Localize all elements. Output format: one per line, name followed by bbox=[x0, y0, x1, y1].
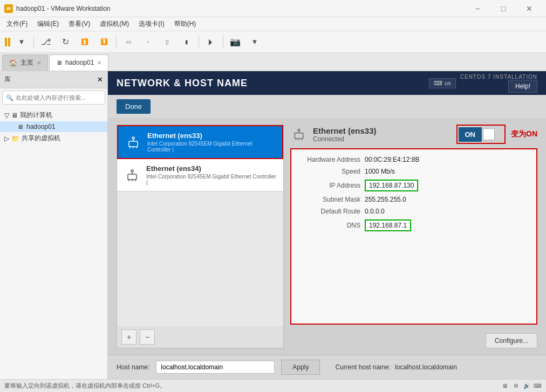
menu-edit[interactable]: 编辑(E) bbox=[33, 18, 63, 30]
hostname-row: Host name: Apply Current host name: loca… bbox=[108, 355, 546, 379]
keyboard-lang: us bbox=[445, 80, 451, 86]
connection-icon bbox=[290, 126, 308, 143]
current-host-area: Current host name: localhost.localdomain bbox=[335, 363, 456, 371]
add-interface-button[interactable]: + bbox=[121, 329, 136, 345]
svg-point-2 bbox=[132, 137, 134, 139]
titlebar: W hadoop01 - VMware Workstation − □ ✕ bbox=[0, 0, 546, 17]
close-button[interactable]: ✕ bbox=[517, 0, 542, 17]
sidebar: 库 ✕ 🔍 ▽ 🖥 我的计算机 🖥 hadoop01 ▷ 📁 共享的虚拟机 bbox=[0, 71, 108, 379]
ens33-name: Ethernet (ens33) bbox=[147, 132, 276, 140]
status-icon-2: ⚙ bbox=[511, 382, 520, 390]
ens34-icon bbox=[124, 167, 141, 184]
search-icon: 🔍 bbox=[6, 94, 13, 101]
tab-hadoop01[interactable]: 🖥 hadoop01 ✕ bbox=[49, 54, 108, 71]
speed-label: Speed bbox=[300, 168, 365, 175]
tree-my-computer[interactable]: ▽ 🖥 我的计算机 bbox=[0, 109, 107, 121]
tree-hadoop01[interactable]: 🖥 hadoop01 bbox=[0, 121, 107, 132]
toggle-track[interactable] bbox=[482, 127, 503, 142]
sep2 bbox=[116, 36, 117, 49]
done-row: Done bbox=[108, 95, 546, 118]
menu-tabs[interactable]: 选项卡(I) bbox=[134, 18, 168, 30]
vm-icon: 🖥 bbox=[17, 123, 23, 130]
connection-header: Ethernet (ens33) Connected ON bbox=[290, 125, 537, 144]
toolbar-btn-8[interactable]: ▯ bbox=[159, 33, 176, 51]
speed-row: Speed 1000 Mb/s bbox=[300, 168, 528, 175]
toolbar-btn-1[interactable]: ▼ bbox=[13, 33, 30, 51]
on-toggle-container: ON bbox=[456, 125, 506, 144]
tab-hadoop01-close[interactable]: ✕ bbox=[97, 60, 101, 66]
interface-ens33[interactable]: Ethernet (ens33) Intel Corporation 82545… bbox=[117, 125, 283, 159]
on-button[interactable]: ON bbox=[459, 127, 482, 142]
titlebar-controls: − □ ✕ bbox=[465, 0, 542, 17]
tabs-area: 🏠 主页 ✕ 🖥 hadoop01 ✕ bbox=[0, 53, 546, 71]
configure-row: Configure... bbox=[290, 329, 537, 348]
menu-view[interactable]: 查看(V) bbox=[64, 18, 94, 30]
toolbar-btn-5[interactable]: ⏬ bbox=[95, 33, 113, 51]
toolbar-btn-4[interactable]: ⏫ bbox=[76, 33, 93, 51]
svg-point-8 bbox=[131, 170, 133, 172]
keyboard-icon: ⌨ bbox=[434, 80, 442, 87]
dns-value: 192.168.87.1 bbox=[365, 219, 411, 231]
on-annotation: 变为ON bbox=[511, 129, 537, 139]
library-label: 库 bbox=[4, 75, 11, 84]
shared-vms-label: 共享的虚拟机 bbox=[22, 134, 60, 143]
tab-vm-icon: 🖥 bbox=[56, 59, 62, 66]
configure-button[interactable]: Configure... bbox=[486, 333, 537, 348]
subnet-label: Subnet Mask bbox=[300, 196, 365, 203]
speed-value: 1000 Mb/s bbox=[365, 168, 395, 175]
done-button[interactable]: Done bbox=[117, 99, 151, 114]
sep4 bbox=[223, 36, 223, 49]
help-button[interactable]: Help! bbox=[508, 80, 537, 93]
tab-home[interactable]: 🏠 主页 ✕ bbox=[2, 54, 48, 71]
subnet-value: 255.255.255.0 bbox=[365, 196, 406, 203]
toolbar-btn-9[interactable]: ▮ bbox=[178, 33, 195, 51]
maximize-button[interactable]: □ bbox=[491, 0, 516, 17]
statusbar: 要将输入定向到该虚拟机，请在虚拟机内部单击或按 Ctrl+G。 🖥 ⚙ 🔊 ⌨ bbox=[0, 379, 546, 392]
toolbar-btn-3[interactable]: ↻ bbox=[57, 33, 74, 51]
svg-rect-6 bbox=[128, 174, 136, 180]
toolbar-btn-12[interactable]: ▼ bbox=[246, 33, 263, 51]
sep3 bbox=[199, 36, 199, 49]
sidebar-close-button[interactable]: ✕ bbox=[97, 75, 103, 84]
ip-value: 192.168.87.130 bbox=[365, 180, 418, 191]
interface-list: Ethernet (ens33) Intel Corporation 82545… bbox=[117, 125, 284, 348]
sidebar-header: 库 ✕ bbox=[0, 71, 107, 88]
remove-interface-button[interactable]: − bbox=[140, 329, 155, 345]
toolbar-btn-2[interactable]: ⎇ bbox=[37, 33, 54, 51]
search-input[interactable] bbox=[16, 94, 101, 101]
content-area: NETWORK & HOST NAME ⌨ us CENTOS 7 INSTAL… bbox=[108, 71, 546, 379]
menu-help[interactable]: 帮助(H) bbox=[170, 18, 201, 30]
dns-row: DNS 192.168.87.1 bbox=[300, 219, 528, 231]
hostname-input[interactable] bbox=[156, 361, 275, 374]
expand-icon: ▽ bbox=[4, 112, 9, 119]
menu-vm[interactable]: 虚拟机(M) bbox=[95, 18, 133, 30]
hw-address-value: 00:0C:29:E4:12:8B bbox=[365, 156, 419, 163]
ens34-info: Ethernet (ens34) Intel Corporation 82545… bbox=[146, 164, 277, 185]
toolbar-btn-6[interactable]: ▭ bbox=[120, 33, 137, 51]
toolbar-btn-10[interactable]: ⏵ bbox=[202, 33, 220, 51]
list-spacer bbox=[117, 191, 283, 326]
search-box[interactable]: 🔍 bbox=[2, 91, 105, 105]
tree-shared-vms[interactable]: ▷ 📁 共享的虚拟机 bbox=[0, 132, 107, 145]
panel-header: NETWORK & HOST NAME ⌨ us CENTOS 7 INSTAL… bbox=[108, 71, 546, 95]
ens33-icon bbox=[125, 134, 142, 151]
interface-ens34[interactable]: Ethernet (ens34) Intel Corporation 82545… bbox=[117, 159, 283, 191]
interface-footer: + − bbox=[117, 326, 283, 348]
menu-file[interactable]: 文件(F) bbox=[2, 18, 32, 30]
ip-row: IP Address 192.168.87.130 bbox=[300, 180, 528, 191]
subnet-row: Subnet Mask 255.255.255.0 bbox=[300, 196, 528, 203]
status-icon-4: ⌨ bbox=[533, 382, 542, 390]
toolbar-btn-11[interactable]: 📷 bbox=[227, 33, 244, 51]
apply-button[interactable]: Apply bbox=[281, 360, 320, 375]
toolbar-btn-7[interactable]: ▫ bbox=[139, 33, 156, 51]
tab-home-close[interactable]: ✕ bbox=[37, 60, 41, 66]
connection-title-area: Ethernet (ens33) Connected bbox=[313, 126, 377, 143]
minimize-button[interactable]: − bbox=[465, 0, 490, 17]
window-title: hadoop01 - VMware Workstation bbox=[16, 5, 111, 12]
route-value: 0.0.0.0 bbox=[365, 208, 385, 215]
info-box: Hardware Address 00:0C:29:E4:12:8B Speed… bbox=[290, 148, 537, 325]
tree-area: ▽ 🖥 我的计算机 🖥 hadoop01 ▷ 📁 共享的虚拟机 bbox=[0, 107, 107, 147]
tab-hadoop01-label: hadoop01 bbox=[65, 59, 94, 66]
ens34-name: Ethernet (ens34) bbox=[146, 164, 277, 173]
svg-rect-0 bbox=[129, 141, 138, 147]
